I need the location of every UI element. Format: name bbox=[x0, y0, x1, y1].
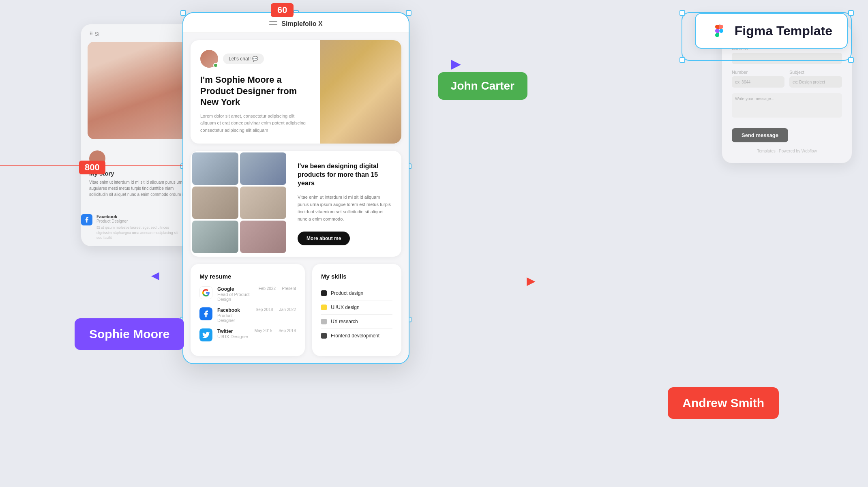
cursor-left-icon: ◀ bbox=[451, 56, 461, 71]
facebook-company: Facebook bbox=[217, 307, 251, 313]
hero-avatar: Let's chat! 💬 bbox=[200, 50, 311, 68]
more-about-me-button[interactable]: More about me bbox=[298, 232, 350, 245]
skill-dot-frontend bbox=[321, 333, 327, 339]
address-field: Address bbox=[732, 46, 842, 64]
google-logo-icon bbox=[199, 286, 212, 299]
resume-skills-section: My resume Google Head of Product Design … bbox=[191, 264, 401, 356]
facebook-dates: Sep 2018 — Jan 2022 bbox=[255, 307, 296, 312]
skill-label-ux: UX research bbox=[331, 319, 358, 324]
experience-section: I've been designing digital products for… bbox=[288, 151, 401, 257]
left-card-story-body: Vitae enim ut interdum id mi sit id aliq… bbox=[89, 179, 186, 197]
main-card-title: Simplefolio X bbox=[281, 20, 322, 28]
handle-bl[interactable] bbox=[679, 57, 685, 63]
gallery-cell-2 bbox=[240, 152, 286, 185]
chat-label: Let's chat! 💬 bbox=[229, 56, 258, 62]
experience-desc: Vitae enim ut interdum id mi sit id aliq… bbox=[298, 193, 392, 223]
skills-title: My skills bbox=[321, 273, 392, 280]
figma-logo-icon bbox=[710, 22, 728, 40]
resume-item-google: Google Head of Product Design Feb 2022 —… bbox=[199, 286, 296, 302]
left-card-timeline: Facebook Product Designer Et ut ipsum mo… bbox=[81, 209, 195, 240]
number-field: Number ex: 3644 bbox=[732, 70, 784, 88]
timeline-desc: Et ut ipsum molestie laoreet eget sed ul… bbox=[96, 225, 182, 240]
cursor-right-red-icon: ▶ bbox=[527, 274, 536, 287]
twitter-logo-icon bbox=[199, 328, 212, 341]
resume-card: My resume Google Head of Product Design … bbox=[191, 264, 305, 356]
handle-tl[interactable] bbox=[679, 10, 685, 16]
facebook-logo-icon bbox=[81, 214, 92, 225]
gallery-grid bbox=[191, 151, 288, 257]
experience-title: I've been designing digital products for… bbox=[298, 162, 392, 187]
person-image-inner bbox=[88, 42, 188, 139]
send-message-button[interactable]: Send message bbox=[732, 128, 788, 142]
google-info: Google Head of Product Design bbox=[217, 286, 254, 302]
twitter-company: Twitter bbox=[217, 328, 248, 334]
main-card-header: Simplefolio X bbox=[183, 13, 409, 33]
gallery-exp-section: I've been designing digital products for… bbox=[191, 151, 401, 257]
gallery-cell-1 bbox=[192, 152, 238, 185]
timeline-facebook-info: Facebook Product Designer Et ut ipsum mo… bbox=[96, 214, 182, 240]
gallery-cell-3 bbox=[192, 187, 238, 219]
resume-item-twitter: Twitter UI/UX Designer May 2015 — Sep 20… bbox=[199, 328, 296, 341]
person-image bbox=[88, 42, 188, 139]
chat-bubble: Let's chat! 💬 bbox=[223, 54, 264, 64]
twitter-role: UI/UX Designer bbox=[217, 334, 248, 339]
left-card: ⠿ Si My story Vitae enim ut interdum id … bbox=[81, 24, 195, 246]
online-indicator bbox=[213, 63, 218, 68]
gallery-cell-6 bbox=[240, 221, 286, 253]
gallery-cell-4 bbox=[240, 187, 286, 219]
right-card-footer: Templates · Powered by Webflow bbox=[732, 149, 842, 153]
timeline-company-name: Facebook bbox=[96, 214, 182, 219]
simplefolio-logo-left: ⠿ Si bbox=[89, 31, 99, 37]
twitter-info: Twitter UI/UX Designer bbox=[217, 328, 248, 339]
handle-tr[interactable] bbox=[406, 10, 411, 16]
hero-title: I'm Sophie Moore a Product Designer from… bbox=[200, 74, 311, 108]
gallery-cell-5 bbox=[192, 221, 238, 253]
simplefolio-logo-icon bbox=[269, 21, 277, 27]
handle-tr[interactable] bbox=[848, 10, 854, 16]
hero-image bbox=[320, 40, 401, 144]
skills-card: My skills Product design UI/UX design UX… bbox=[312, 264, 401, 356]
google-role: Head of Product Design bbox=[217, 292, 254, 302]
main-card: Simplefolio X Let's chat! 💬 I'm Sophie M… bbox=[182, 12, 409, 364]
skill-label-uiux: UI/UX design bbox=[331, 305, 360, 310]
john-carter-badge: John Carter bbox=[438, 72, 527, 100]
badge-60: 60 bbox=[271, 3, 294, 17]
message-field: Write your message... bbox=[732, 93, 842, 118]
facebook-info: Facebook Product Designer bbox=[217, 307, 251, 323]
skill-label-frontend: Frontend development bbox=[331, 333, 379, 339]
main-card-body: Let's chat! 💬 I'm Sophie Moore a Product… bbox=[183, 40, 409, 356]
cursor-send-icon: ◀ bbox=[151, 269, 159, 282]
timeline-role: Product Designer bbox=[96, 219, 182, 223]
skill-item-ux-research: UX research bbox=[321, 315, 392, 329]
left-card-bottom: My story Vitae enim ut interdum id mi si… bbox=[81, 144, 195, 209]
number-label: Number bbox=[732, 70, 784, 75]
figma-template-label: Figma Template bbox=[735, 24, 832, 39]
hero-desc: Lorem dolor sit amet, consectetur adipis… bbox=[200, 113, 311, 134]
resume-item-facebook: Facebook Product Designer Sep 2018 — Jan… bbox=[199, 307, 296, 323]
avatar-image bbox=[200, 50, 218, 68]
skill-dot-product bbox=[321, 290, 327, 296]
subject-label: Subject bbox=[789, 70, 842, 75]
handle-tl[interactable] bbox=[180, 10, 186, 16]
timeline-item-facebook: Facebook Product Designer Et ut ipsum mo… bbox=[81, 214, 195, 240]
skill-item-frontend: Frontend development bbox=[321, 329, 392, 343]
hero-photo bbox=[320, 40, 401, 144]
hero-left: Let's chat! 💬 I'm Sophie Moore a Product… bbox=[191, 40, 320, 144]
facebook-role: Product Designer bbox=[217, 313, 251, 323]
facebook-logo-icon bbox=[199, 307, 212, 320]
canvas: 60 800 ◀ ▶ ◀ Figma Template ⠿ Si bbox=[0, 0, 868, 487]
google-company: Google bbox=[217, 286, 254, 292]
left-card-header: ⠿ Si bbox=[81, 24, 195, 37]
andrew-smith-badge: Andrew Smith bbox=[668, 387, 779, 419]
google-dates: Feb 2022 — Present bbox=[259, 286, 296, 291]
skill-dot-ux bbox=[321, 319, 327, 324]
sophie-moore-badge: Sophie Moore bbox=[75, 318, 184, 350]
skill-item-product-design: Product design bbox=[321, 286, 392, 300]
resume-title: My resume bbox=[199, 273, 296, 280]
figma-template-box: Figma Template bbox=[695, 13, 848, 49]
skill-label-product: Product design bbox=[331, 290, 363, 296]
skill-item-uiux-design: UI/UX design bbox=[321, 300, 392, 315]
number-subject-row: Number ex: 3644 Subject ex: Design proje… bbox=[732, 70, 842, 93]
twitter-dates: May 2015 — Sep 2018 bbox=[255, 328, 296, 333]
subject-field: Subject ex: Design project bbox=[789, 70, 842, 88]
